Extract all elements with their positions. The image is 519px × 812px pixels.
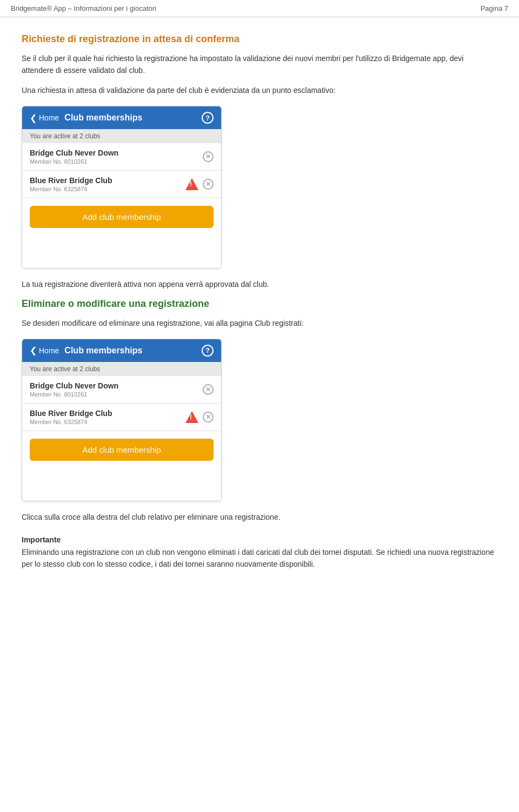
mockup1: ❮ Home Club memberships ? You are active…	[22, 106, 222, 269]
add-membership-btn-1[interactable]: Add club membership	[30, 206, 214, 228]
mockup1-subheader: You are active at 2 clubs	[22, 129, 221, 143]
section1-paragraph1: Se il club per il quale hai richiesto la…	[22, 52, 497, 77]
section2-paragraph: Se desideri modificare od eliminare una …	[22, 317, 497, 329]
mockup1-help-icon[interactable]: ?	[202, 112, 214, 124]
mockup2-club-item-1-name: Bridge Club Never Down	[30, 381, 203, 390]
page-number: Pagina 7	[481, 4, 508, 12]
club-item-2-name: Blue River Bridge Club	[30, 176, 185, 185]
mockup2-club-item-1-member: Member No. 8010261	[30, 391, 203, 398]
mockup2-club-item-2-member: Member No. 6325874	[30, 419, 185, 425]
mockup1-header-title: Club memberships	[64, 113, 196, 123]
club-item-2-info: Blue River Bridge Club Member No. 632587…	[30, 176, 185, 192]
back-icon: ❮	[30, 113, 37, 123]
club-item-2-icons: ✕	[185, 178, 214, 190]
mockup1-header: ❮ Home Club memberships ?	[22, 106, 221, 129]
club-item-1: Bridge Club Never Down Member No. 801026…	[22, 143, 221, 171]
mockup2-help-icon[interactable]: ?	[202, 345, 214, 357]
section1-after-paragraph: La tua registrazione diventerà attiva no…	[22, 278, 497, 290]
page-header-title: Bridgemate® App – Informazioni per i gio…	[11, 4, 156, 12]
help-question-mark: ?	[205, 114, 210, 122]
club-item-2-member: Member No. 6325874	[30, 186, 185, 192]
mockup2-club-item-1: Bridge Club Never Down Member No. 801026…	[22, 376, 221, 404]
section2-heading: Eliminare o modificare una registrazione	[22, 298, 497, 310]
section1-paragraph2: Una richiesta in attesa di validazione d…	[22, 84, 497, 96]
important-label: Importante	[22, 535, 61, 544]
mockup2-body: Bridge Club Never Down Member No. 801026…	[22, 376, 221, 501]
mockup1-back-label: Home	[39, 113, 59, 122]
mockup2-back-label: Home	[39, 346, 59, 355]
club-item-1-member: Member No. 8010261	[30, 158, 203, 165]
page-header: Bridgemate® App – Informazioni per i gio…	[0, 0, 519, 17]
club-item-1-info: Bridge Club Never Down Member No. 801026…	[30, 149, 203, 165]
mockup2-club-item-2-name: Blue River Bridge Club	[30, 409, 185, 418]
close-icon-1[interactable]: ✕	[203, 151, 214, 162]
close-icon-2[interactable]: ✕	[203, 179, 214, 190]
mockup1-bottom-space	[22, 236, 221, 268]
mockup2-back-btn[interactable]: ❮ Home	[30, 345, 59, 355]
warning-triangle-icon	[185, 178, 198, 190]
mockup2-subheader: You are active at 2 clubs	[22, 362, 221, 376]
section1-heading: Richieste di registrazione in attesa di …	[22, 33, 497, 45]
mockup2-header-title: Club memberships	[64, 346, 196, 355]
mockup2-club-item-2: Blue River Bridge Club Member No. 632587…	[22, 404, 221, 431]
important-section: Importante Eliminando una registrazione …	[22, 534, 497, 570]
club-item-2: Blue River Bridge Club Member No. 632587…	[22, 171, 221, 198]
mockup2-close-icon-1[interactable]: ✕	[203, 384, 214, 395]
mockup1-body: Bridge Club Never Down Member No. 801026…	[22, 143, 221, 268]
club-item-1-icons: ✕	[203, 151, 214, 162]
club-item-1-name: Bridge Club Never Down	[30, 149, 203, 157]
mockup2-club-item-2-info: Blue River Bridge Club Member No. 632587…	[30, 409, 185, 425]
important-paragraph: Eliminando una registrazione con un club…	[22, 548, 494, 568]
mockup2-close-icon-2[interactable]: ✕	[203, 412, 214, 422]
add-membership-btn-2[interactable]: Add club membership	[30, 439, 214, 461]
important-text: Importante Eliminando una registrazione …	[22, 534, 497, 570]
mockup2-club-item-1-icons: ✕	[203, 384, 214, 395]
back-icon-2: ❮	[30, 345, 37, 355]
mockup2-club-item-1-info: Bridge Club Never Down Member No. 801026…	[30, 381, 203, 398]
mockup2-header: ❮ Home Club memberships ?	[22, 339, 221, 362]
mockup2-warning-triangle-icon	[185, 411, 198, 423]
mockup2-club-item-2-icons: ✕	[185, 411, 214, 423]
mockup2: ❮ Home Club memberships ? You are active…	[22, 339, 222, 501]
mockup1-back-btn[interactable]: ❮ Home	[30, 113, 59, 123]
section2-after-paragraph: Clicca sulla croce alla destra del club …	[22, 511, 497, 523]
mockup2-bottom-space	[22, 468, 221, 501]
help-question-mark-2: ?	[205, 346, 210, 354]
